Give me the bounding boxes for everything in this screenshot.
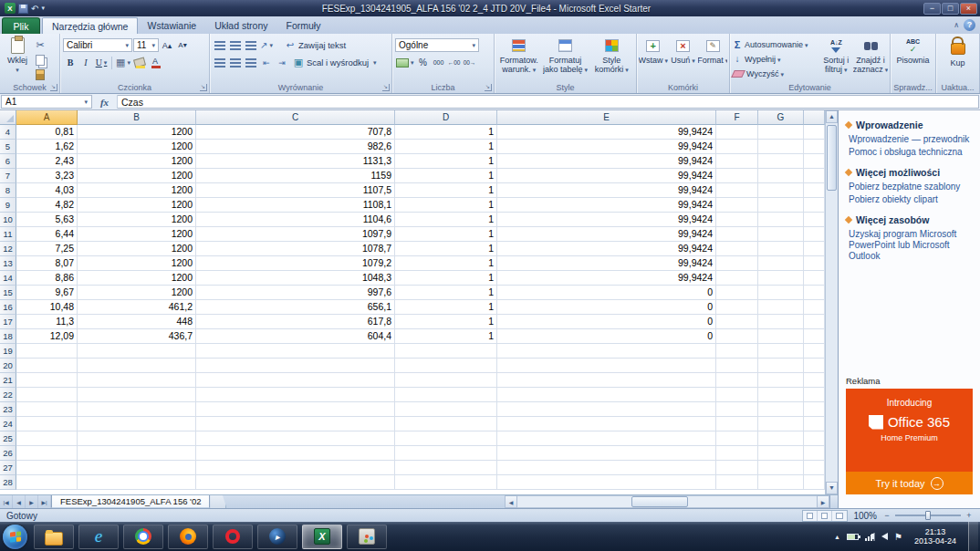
cell-B16[interactable]: 461,2	[78, 300, 196, 315]
increase-decimal-icon[interactable]	[447, 56, 462, 70]
cell-partial-13[interactable]	[804, 256, 825, 271]
task-pane-link[interactable]: Wprowadzenie — przewodnik	[846, 133, 973, 146]
cell-D8[interactable]: 1	[395, 183, 497, 198]
cell-B14[interactable]: 1200	[78, 271, 196, 286]
cell-E27[interactable]	[497, 461, 716, 475]
cell-B20[interactable]	[78, 359, 196, 373]
cell-G22[interactable]	[758, 388, 804, 402]
cell-partial-20[interactable]	[804, 359, 825, 373]
align-top-icon[interactable]	[213, 38, 227, 53]
cell-F7[interactable]	[716, 169, 758, 183]
cell-E23[interactable]	[497, 402, 716, 417]
italic-button[interactable]: I	[78, 56, 93, 70]
cell-F14[interactable]	[716, 271, 758, 286]
cell-C18[interactable]: 604,4	[196, 329, 395, 344]
cell-B26[interactable]	[78, 446, 196, 461]
column-header-D[interactable]: D	[395, 110, 497, 125]
zoom-level[interactable]: 100%	[853, 511, 877, 521]
cell-G12[interactable]	[758, 242, 804, 256]
cell-B22[interactable]	[78, 388, 196, 402]
cell-partial-23[interactable]	[804, 402, 825, 417]
minimize-button[interactable]	[923, 3, 941, 15]
cell-partial-16[interactable]	[804, 300, 825, 315]
collapse-ribbon-icon[interactable]	[954, 21, 959, 29]
cell-C21[interactable]	[196, 373, 395, 388]
cell-A28[interactable]	[16, 475, 78, 490]
align-center-icon[interactable]	[228, 56, 243, 70]
font-size-select[interactable]: 11	[133, 38, 159, 52]
cell-C28[interactable]	[196, 475, 395, 490]
cell-C16[interactable]: 656,1	[196, 300, 395, 315]
cell-C26[interactable]	[196, 446, 395, 461]
page-layout-view-button[interactable]	[818, 511, 832, 521]
cell-F24[interactable]	[716, 417, 758, 431]
bold-button[interactable]: B	[63, 56, 78, 70]
cell-G9[interactable]	[758, 198, 804, 213]
font-dialog-launcher-icon[interactable]	[200, 84, 207, 91]
font-color-icon[interactable]	[148, 56, 162, 70]
cell-G10[interactable]	[758, 213, 804, 227]
scroll-left-icon[interactable]	[505, 495, 517, 508]
cell-A12[interactable]: 7,25	[16, 242, 78, 256]
paste-dropdown-icon[interactable]	[16, 65, 19, 75]
qat-dropdown-icon[interactable]	[41, 5, 45, 12]
cell-D7[interactable]: 1	[395, 169, 497, 183]
volume-icon[interactable]	[881, 533, 888, 540]
row-header-19[interactable]: 19	[0, 344, 16, 359]
autosum-button[interactable]: Autosumowanie	[732, 37, 818, 51]
cell-A15[interactable]: 9,67	[16, 286, 78, 300]
office-365-ad[interactable]: Introducing Office 365 Home Premium Try …	[846, 389, 973, 494]
cell-partial-9[interactable]	[804, 198, 825, 213]
cell-D21[interactable]	[395, 373, 497, 388]
cell-A5[interactable]: 1,62	[16, 140, 78, 154]
cell-partial-4[interactable]	[804, 125, 825, 140]
cell-D11[interactable]: 1	[395, 227, 497, 242]
cell-G24[interactable]	[758, 417, 804, 431]
shrink-font-icon[interactable]	[175, 38, 190, 53]
cell-partial-12[interactable]	[804, 242, 825, 256]
cell-B8[interactable]: 1200	[78, 183, 196, 198]
cell-B18[interactable]: 436,7	[78, 329, 196, 344]
row-header-5[interactable]: 5	[0, 140, 16, 154]
format-painter-icon[interactable]	[33, 68, 47, 81]
clipboard-dialog-launcher-icon[interactable]	[50, 84, 57, 91]
cell-A19[interactable]	[16, 344, 78, 359]
cell-B28[interactable]	[78, 475, 196, 490]
cell-partial-6[interactable]	[804, 154, 825, 169]
taskbar-app-explorer[interactable]	[34, 525, 74, 549]
scroll-right-icon[interactable]	[817, 495, 829, 508]
delete-cells-button[interactable]: Usuń	[669, 36, 698, 82]
cell-C5[interactable]: 982,6	[196, 140, 395, 154]
sort-filter-button[interactable]: Sortuj i filtruj	[818, 36, 853, 82]
normal-view-button[interactable]	[803, 511, 818, 521]
cell-B10[interactable]: 1200	[78, 213, 196, 227]
cell-C13[interactable]: 1079,2	[196, 256, 395, 271]
paste-button[interactable]: Wklej	[2, 36, 33, 81]
cell-A18[interactable]: 12,09	[16, 329, 78, 344]
row-header-15[interactable]: 15	[0, 286, 16, 300]
decrease-indent-icon[interactable]: ⇤	[259, 56, 274, 70]
cell-partial-19[interactable]	[804, 344, 825, 359]
orientation-icon[interactable]	[259, 38, 274, 53]
zoom-slider-thumb[interactable]	[925, 511, 931, 520]
page-break-view-button[interactable]	[832, 511, 847, 521]
cell-E14[interactable]: 99,9424	[497, 271, 716, 286]
insert-function-button[interactable]: fx	[92, 95, 118, 109]
merge-center-button[interactable]: Scal i wyśrodkuj	[290, 56, 380, 70]
cell-A4[interactable]: 0,81	[16, 125, 78, 140]
cell-G7[interactable]	[758, 169, 804, 183]
cell-D12[interactable]: 1	[395, 242, 497, 256]
row-header-7[interactable]: 7	[0, 169, 16, 183]
horizontal-scroll-thumb[interactable]	[631, 496, 688, 507]
cell-F8[interactable]	[716, 183, 758, 198]
cell-D20[interactable]	[395, 359, 497, 373]
row-header-6[interactable]: 6	[0, 154, 16, 169]
cell-B21[interactable]	[78, 373, 196, 388]
restore-button[interactable]	[942, 3, 959, 15]
cell-G5[interactable]	[758, 140, 804, 154]
cell-B13[interactable]: 1200	[78, 256, 196, 271]
cell-F16[interactable]	[716, 300, 758, 315]
cell-F21[interactable]	[716, 373, 758, 388]
cell-B4[interactable]: 1200	[78, 125, 196, 140]
cell-A21[interactable]	[16, 373, 78, 388]
